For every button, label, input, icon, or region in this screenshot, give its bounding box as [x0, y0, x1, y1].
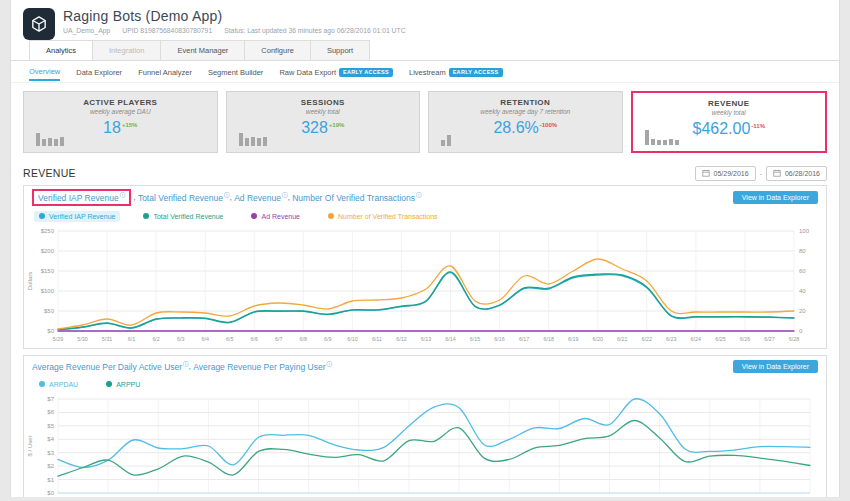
view-in-data-explorer-button[interactable]: View in Data Explorer [733, 191, 818, 204]
x-axis-label: 6/16 [494, 336, 505, 342]
date-from-value: 05/29/2016 [714, 170, 749, 177]
metric-link-average-revenue-per-daily-active-user[interactable]: Average Revenue Per Daily Active Userⓘ [32, 361, 189, 372]
subnav-label: Data Explorer [76, 68, 122, 77]
subnav-item-data-explorer[interactable]: Data Explorer [76, 64, 122, 80]
legend-label: Number of Verified Transactions [338, 213, 438, 220]
kpi-delta: +19% [329, 122, 345, 128]
kpi-delta: -100% [540, 122, 557, 128]
tab-integration[interactable]: Integration [92, 40, 161, 60]
kpi-title: ACTIVE PLAYERS [24, 98, 217, 107]
early-access-badge: EARLY ACCESS [339, 68, 393, 77]
y-axis-tick-label: $0 [47, 490, 54, 496]
subnav-label: Funnel Analyzer [138, 68, 192, 77]
early-access-badge: EARLY ACCESS [449, 68, 503, 77]
legend-item-arpdau[interactable]: ARPDAU [34, 379, 83, 390]
app-status: Status: Last updated 36 minutes ago 06/2… [224, 27, 405, 34]
legend-item-verified-iap-revenue[interactable]: Verified IAP Revenue [34, 211, 120, 222]
sparkline-bar [42, 139, 46, 146]
analytics-subnav: OverviewData ExplorerFunnel AnalyzerSegm… [11, 61, 839, 83]
subnav-item-segment-builder[interactable]: Segment Builder [208, 64, 263, 80]
metric-link-verified-iap-revenue[interactable]: Verified IAP Revenueⓘ [32, 189, 131, 206]
sparkline-bar [251, 137, 255, 146]
kpi-card-revenue[interactable]: REVENUEweekly total$462.00-11% [631, 91, 828, 153]
info-icon[interactable]: ⓘ [326, 361, 332, 367]
info-icon[interactable]: ⓘ [416, 192, 422, 198]
sparkline-bar [263, 137, 267, 146]
revenue-chart-legend: Verified IAP RevenueTotal Verified Reven… [24, 208, 826, 224]
date-to-input[interactable]: 06/28/2016 [766, 166, 827, 181]
subnav-label: Raw Data Export [279, 68, 336, 77]
series-line-total-verified-revenue [58, 272, 794, 330]
revenue-trends-chart[interactable]: $0$50$100$150$200$250020406080100Dollars… [24, 224, 828, 344]
kpi-card-sessions[interactable]: SESSIONSweekly total328+19% [226, 91, 421, 153]
legend-label: ARPDAU [49, 381, 78, 388]
tab-configure[interactable]: Configure [244, 40, 311, 60]
legend-item-number-of-verified-transactions[interactable]: Number of Verified Transactions [323, 211, 443, 222]
metric-link-ad-revenue[interactable]: Ad Revenueⓘ [234, 192, 287, 203]
date-range-picker: 05/29/2016 - 06/28/2016 [695, 166, 827, 181]
sparkline-bar [441, 140, 445, 146]
metric-link-total-verified-revenue[interactable]: Total Verified Revenueⓘ [138, 192, 230, 203]
x-axis-label: 5/30 [77, 336, 88, 342]
right-y-axis-tick-label: 60 [799, 268, 806, 274]
subnav-item-livestream[interactable]: LivestreamEARLY ACCESS [409, 64, 503, 80]
kpi-value: 28.6%-100% [429, 119, 622, 137]
tab-analytics[interactable]: Analytics [29, 40, 93, 60]
x-axis-label: 6/23 [666, 336, 677, 342]
subnav-label: Livestream [409, 68, 446, 77]
kpi-sparkline [645, 130, 679, 145]
section-title: REVENUE [23, 167, 76, 179]
legend-item-ad-revenue[interactable]: Ad Revenue [246, 211, 305, 222]
sparkline-bar [257, 138, 261, 146]
x-axis-label: 6/27 [764, 336, 775, 342]
sparkline-bar [645, 130, 649, 145]
kpi-summary-row: ACTIVE PLAYERSweekly average DAU18+15%SE… [11, 83, 839, 157]
x-axis-label: 6/22 [642, 336, 653, 342]
arpu-metrics-panel: Average Revenue Per Daily Active Userⓘ, … [23, 355, 827, 497]
x-axis-label: 6/25 [715, 336, 726, 342]
y-axis-title: $ / User [27, 435, 33, 456]
metric-link-number-of-verified-transactions[interactable]: Number Of Verified Transactionsⓘ [292, 192, 421, 203]
info-icon[interactable]: ⓘ [120, 192, 126, 198]
legend-item-total-verified-revenue[interactable]: Total Verified Revenue [138, 211, 228, 222]
x-axis-label: 6/2 [152, 336, 160, 342]
sparkline-bar [669, 139, 673, 145]
y-axis-tick-label: $250 [41, 228, 55, 234]
subnav-item-raw-data-export[interactable]: Raw Data ExportEARLY ACCESS [279, 64, 393, 80]
sparkline-bar [245, 138, 249, 146]
x-axis-label: 6/26 [740, 336, 751, 342]
x-axis-label: 6/7 [275, 336, 283, 342]
subnav-label: Overview [29, 67, 60, 76]
y-axis-tick-label: $1 [47, 476, 54, 482]
revenue-section-header: REVENUE 05/29/2016 - 06/28/2016 [11, 157, 839, 183]
legend-item-arppu[interactable]: ARPPU [101, 379, 145, 390]
sparkline-bar [651, 139, 655, 145]
kpi-subtitle: weekly average DAU [24, 108, 217, 115]
metric-link-average-revenue-per-paying-user[interactable]: Average Revenue Per Paying Userⓘ [193, 361, 332, 372]
sparkline-bar [447, 135, 451, 146]
x-axis-label: 6/18 [543, 336, 554, 342]
kpi-card-active-players[interactable]: ACTIVE PLAYERSweekly average DAU18+15% [23, 91, 218, 153]
kpi-title: SESSIONS [227, 98, 420, 107]
kpi-card-retention[interactable]: RETENTIONweekly average day 7 retention2… [428, 91, 623, 153]
y-axis-tick-label: $6 [47, 409, 54, 415]
date-separator: - [760, 170, 762, 177]
x-axis-label: 6/12 [396, 336, 407, 342]
kpi-title: RETENTION [429, 98, 622, 107]
x-axis-label: 6/6 [251, 336, 259, 342]
tab-event-manager[interactable]: Event Manager [160, 40, 245, 60]
sparkline-bar [663, 140, 667, 145]
revenue-metrics-panel: Verified IAP Revenueⓘ, Total Verified Re… [23, 185, 827, 349]
kpi-subtitle: weekly total [633, 109, 826, 116]
arpu-trends-chart[interactable]: $0$1$2$3$4$5$6$7$ / User5/295/305/316/16… [24, 392, 828, 497]
x-axis-label: 6/19 [568, 336, 579, 342]
view-in-data-explorer-button[interactable]: View in Data Explorer [733, 360, 818, 373]
tab-support[interactable]: Support [310, 40, 370, 60]
subnav-item-funnel-analyzer[interactable]: Funnel Analyzer [138, 64, 192, 80]
x-axis-label: 6/9 [324, 336, 332, 342]
y-axis-tick-label: $50 [44, 308, 55, 314]
x-axis-label: 6/21 [617, 336, 628, 342]
subnav-item-overview[interactable]: Overview [29, 63, 60, 81]
date-from-input[interactable]: 05/29/2016 [695, 166, 756, 181]
legend-dot-icon [251, 213, 257, 219]
